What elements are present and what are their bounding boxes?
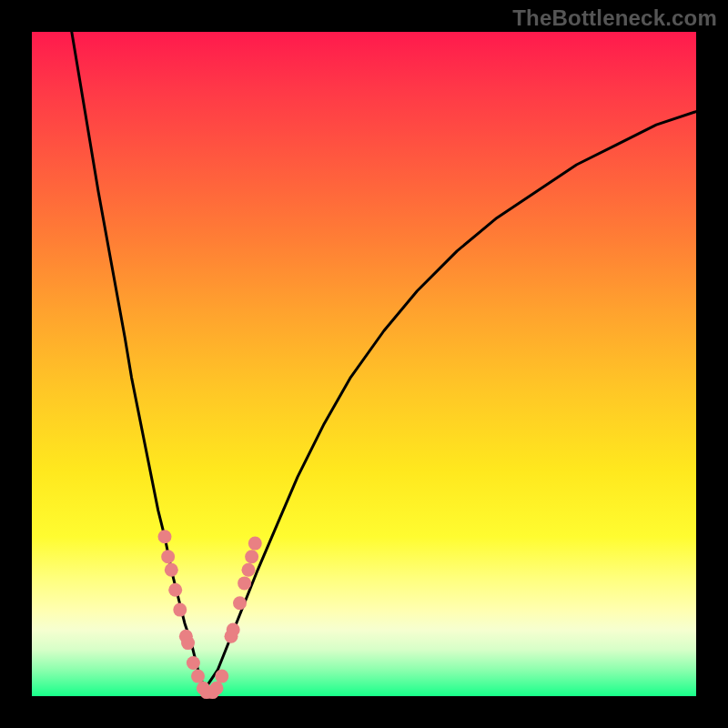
curve-left xyxy=(72,32,205,690)
chart-frame: TheBottleneck.com xyxy=(0,0,728,728)
curve-right xyxy=(205,112,696,690)
data-marker xyxy=(191,670,205,683)
data-marker xyxy=(241,563,255,577)
data-marker xyxy=(248,537,262,551)
data-marker xyxy=(245,550,258,563)
data-marker xyxy=(161,550,175,563)
data-marker xyxy=(165,563,178,577)
data-marker xyxy=(233,596,247,610)
data-marker xyxy=(173,603,187,617)
plot-area xyxy=(32,32,696,696)
watermark-text: TheBottleneck.com xyxy=(512,5,717,31)
data-marker xyxy=(187,656,200,670)
data-marker xyxy=(227,623,240,637)
curve-group xyxy=(72,32,696,690)
data-marker xyxy=(238,576,251,590)
marker-group xyxy=(158,530,262,699)
data-marker xyxy=(209,682,223,695)
data-marker xyxy=(158,530,172,543)
chart-svg xyxy=(32,32,696,696)
data-marker xyxy=(181,636,195,650)
data-marker xyxy=(215,670,228,683)
data-marker xyxy=(168,583,182,597)
